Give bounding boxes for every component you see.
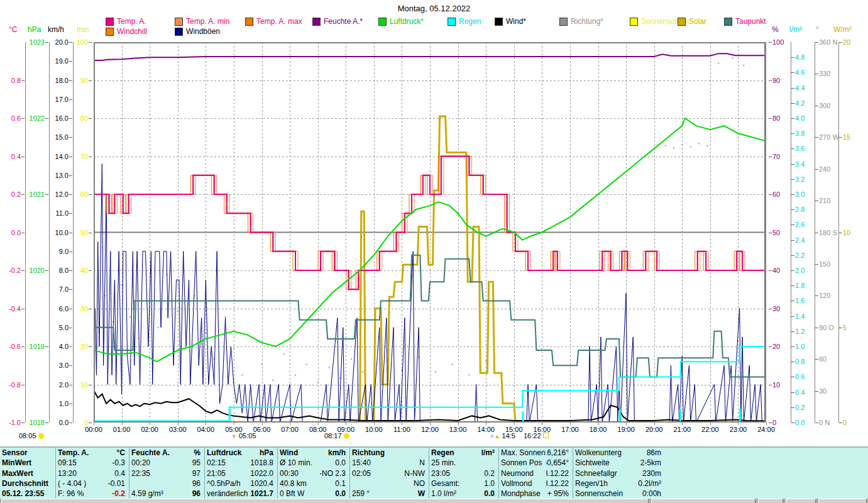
x-axis-label: 12:00 (421, 426, 439, 433)
axis-caption-c: °C (9, 25, 17, 34)
rain-axis-tick (791, 270, 794, 271)
table-cell: -0.01 (101, 478, 129, 489)
wind-axis-label: 18.0 (55, 77, 69, 84)
sunshine-axis-tick (89, 309, 92, 309)
table-cell: 0 Bft W (277, 489, 320, 499)
table-row: Durchschnitt( - 4.04 )-0.0196^0.5hPa/h10… (0, 478, 868, 489)
table-cell: 02:15 (204, 458, 248, 468)
humidity-axis-label: 50 (772, 229, 780, 236)
x-axis-label: 18:00 (590, 426, 607, 433)
legend-swatch-temp-a-min (175, 18, 183, 26)
rain-axis-tick (791, 88, 794, 89)
x-axis-label: 04:00 (197, 426, 215, 433)
x-axis-label: 19:00 (617, 426, 635, 433)
table-cell: 0.4 (101, 468, 129, 478)
table-cell: -0.2 (101, 489, 129, 499)
humidity-axis-tick (769, 80, 772, 81)
weather-app-window: Montag, 05.12.2022 Temp. A.Temp. A. minT… (0, 0, 868, 503)
direction-axis-tick (815, 391, 818, 392)
wind-axis-label: 9.0 (59, 248, 69, 255)
time-marker-08-17: 08:17 (324, 432, 349, 439)
rain-axis-label: 0.0 (795, 419, 805, 426)
pressure-axis-label: 1018 (30, 419, 45, 426)
table-row: 05.12. 23:55F: 96 %-0.24.59 g/m³96veränd… (0, 489, 868, 499)
table-cell: ( - 4.04 ) (55, 478, 101, 489)
rain-axis-tick (791, 331, 794, 332)
wind-axis-label: 0.0 (59, 419, 69, 426)
direction-axis-label: 180 S (819, 229, 837, 236)
wind-axis-tick (69, 309, 72, 309)
rain-axis-label: 2.6 (795, 221, 805, 228)
status-bar-segment-3 (786, 499, 816, 503)
wind-axis-label: 20.0 (55, 38, 69, 46)
humidity-axis-label: 20 (772, 343, 780, 350)
solar-axis-tick (839, 137, 842, 138)
humidity-axis-label: 100 (772, 38, 784, 46)
direction-axis-tick (815, 106, 818, 106)
table-cell: 96 (175, 478, 204, 489)
table-cell: 1020.4 (248, 478, 277, 489)
table-cell: 259 ° (349, 489, 387, 499)
direction-axis-tick (815, 74, 818, 74)
legend-label: Temp. A. (117, 17, 146, 26)
table-cell: 0.2 (470, 468, 498, 478)
pressure-axis-tick (45, 423, 48, 423)
rain-axis-tick (791, 118, 794, 119)
direction-axis-label: 30 (819, 387, 827, 395)
wind-axis-tick (69, 118, 72, 119)
legend-label: Richtung* (571, 17, 603, 26)
wind-axis-tick (69, 80, 72, 81)
pressure-axis-label: 1022 (30, 114, 45, 122)
table-cell: 95 (175, 458, 204, 468)
table-cell: 00:20 (129, 458, 175, 468)
table-cell: 15:40 (349, 458, 387, 468)
rain-axis-line (791, 42, 791, 423)
table-cell: 0.0 (320, 489, 349, 499)
humidity-axis-label: 90 (772, 77, 780, 84)
x-axis-tick (122, 423, 123, 425)
temp-axis-tick (21, 346, 25, 347)
legend-swatch-regen (448, 18, 456, 26)
pressure-axis-tick (45, 270, 48, 271)
table-cell: -0.3 (101, 458, 129, 468)
table-cell: N-NW (387, 468, 429, 478)
rain-axis-tick (791, 255, 794, 256)
table-cell: Neumond (498, 468, 546, 478)
table-cell: % (175, 448, 204, 458)
table-cell: 1021.7 (248, 489, 277, 499)
table-cell: N (387, 458, 429, 468)
table-cell: 0.1 (320, 478, 349, 489)
legend-item-solar: Solar (678, 17, 706, 26)
legend-label: Windchill (117, 27, 147, 36)
table-cell: 09:15 (55, 458, 101, 468)
status-bar-segment-0 (1, 499, 649, 503)
humidity-axis-label: 60 (772, 191, 780, 198)
x-axis-label: 01:00 (113, 426, 131, 433)
direction-axis-tick (815, 359, 818, 360)
x-axis-tick (514, 423, 515, 425)
sunshine-axis-label: 90 (80, 77, 88, 84)
legend-item-windchill: Windchill (106, 27, 147, 36)
direction-axis-tick (815, 169, 818, 170)
x-axis-tick (150, 423, 150, 425)
table-cell: hPa (248, 448, 277, 458)
sunshine-axis-label: 20 (80, 343, 88, 350)
temp-axis-label: -1.0 (9, 419, 21, 426)
table-cell: Regen/1h (573, 478, 625, 489)
wind-axis-label: 1.0 (59, 400, 69, 407)
pressure-axis-label: 1023 (30, 38, 45, 46)
temp-axis-tick (21, 80, 25, 81)
status-bar-segment-1 (651, 499, 755, 503)
sun-icon (38, 433, 44, 439)
table-cell: 2-5km (625, 458, 665, 468)
rain-axis-tick (791, 301, 794, 301)
table-cell: 16,216° (546, 448, 573, 458)
temp-axis-label: 0.6 (11, 114, 21, 122)
wind-axis-tick (69, 252, 72, 252)
direction-axis-label: 90 O (819, 324, 834, 331)
table-cell: Wolkenunterg (573, 448, 625, 458)
wind-axis-label: 7.0 (59, 285, 69, 293)
table-cell (349, 478, 387, 489)
x-axis-tick (234, 423, 234, 425)
wind-axis-tick (69, 365, 72, 366)
